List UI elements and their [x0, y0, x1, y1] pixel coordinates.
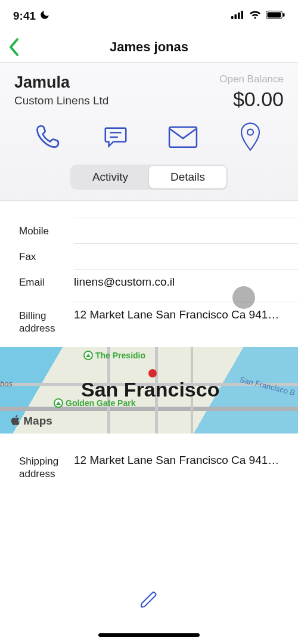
email-button[interactable] — [164, 123, 201, 154]
touch-indicator — [232, 286, 255, 309]
tab-details[interactable]: Details — [149, 166, 226, 188]
map-pin-icon — [148, 369, 157, 380]
wifi-icon — [249, 11, 261, 21]
maps-brand: Maps — [11, 414, 52, 428]
page-title: James jonas — [0, 39, 298, 55]
billing-value: 12 Market Lane San Francisco Ca 941… — [74, 308, 284, 329]
billing-row[interactable]: Billing address 12 Market Lane San Franc… — [0, 302, 298, 341]
balance-value: $0.00 — [219, 88, 284, 111]
map-button[interactable] — [232, 123, 269, 154]
email-label: Email — [19, 275, 74, 289]
svg-rect-6 — [283, 13, 285, 17]
shipping-row[interactable]: Shipping address 12 Market Lane San Fran… — [0, 448, 298, 487]
fax-row[interactable]: Fax — [0, 244, 298, 269]
home-indicator[interactable] — [98, 633, 200, 637]
svg-rect-0 — [231, 16, 234, 19]
map-edge-label: bos — [0, 379, 13, 388]
map-preview[interactable]: The Presidio Golden Gate Park San Franci… — [0, 347, 298, 434]
cellular-icon — [231, 11, 244, 21]
mobile-value — [74, 224, 284, 231]
map-poi-presidio: The Presidio — [95, 351, 145, 360]
status-bar: 9:41 — [0, 0, 298, 32]
svg-point-11 — [148, 369, 157, 377]
envelope-icon — [168, 125, 198, 151]
battery-icon — [266, 11, 285, 21]
svg-point-10 — [247, 129, 253, 135]
customer-summary: Jamula Custom Linens Ltd Open Balance $0… — [0, 62, 298, 201]
customer-name: Jamula — [14, 73, 108, 92]
billing-label: Billing address — [19, 308, 74, 335]
apple-logo-icon — [11, 414, 23, 427]
back-button[interactable] — [7, 37, 20, 60]
chat-icon — [102, 123, 129, 153]
nav-bar: James jonas — [0, 32, 298, 62]
pencil-icon — [139, 601, 159, 611]
balance-label: Open Balance — [219, 73, 284, 85]
status-time: 9:41 — [13, 10, 36, 23]
location-pin-icon — [238, 122, 262, 154]
do-not-disturb-icon — [39, 10, 50, 23]
svg-rect-9 — [169, 127, 197, 147]
mobile-row[interactable]: Mobile — [0, 218, 298, 243]
details-section: Mobile Fax Email linens@custom.co.il Bil… — [0, 201, 298, 341]
edit-button[interactable] — [139, 590, 159, 612]
fax-label: Fax — [19, 250, 74, 263]
mobile-label: Mobile — [19, 224, 74, 237]
customer-company: Custom Linens Ltd — [14, 94, 108, 107]
shipping-value: 12 Market Lane San Francisco Ca 941… — [74, 454, 284, 474]
svg-rect-5 — [268, 13, 281, 18]
fax-value — [74, 250, 284, 257]
map-city-label: San Francisco — [81, 378, 219, 401]
svg-rect-2 — [238, 13, 240, 19]
segmented-control: Activity Details — [70, 165, 228, 190]
call-button[interactable] — [30, 123, 67, 154]
svg-rect-1 — [235, 14, 237, 19]
shipping-label: Shipping address — [19, 454, 74, 481]
phone-icon — [33, 122, 63, 154]
svg-rect-3 — [241, 11, 244, 19]
tab-activity[interactable]: Activity — [72, 166, 149, 188]
message-button[interactable] — [97, 123, 134, 154]
